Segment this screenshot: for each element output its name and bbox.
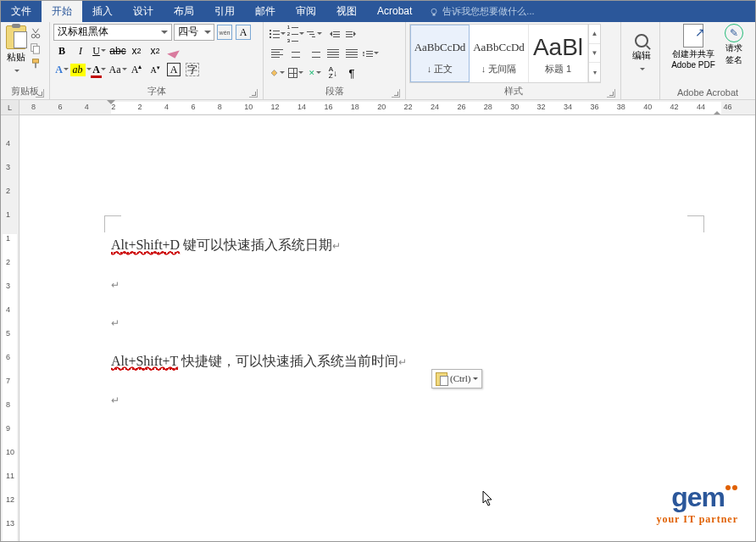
tab-insert[interactable]: 插入 — [82, 1, 123, 22]
ruler-tick: 40 — [643, 103, 652, 111]
svg-rect-1 — [433, 14, 436, 15]
find-icon[interactable] — [635, 34, 648, 47]
asian-layout-button[interactable]: ✕ — [306, 64, 323, 81]
gallery-more-icon[interactable]: ▾ — [589, 63, 600, 82]
font-size-input[interactable]: 四号 — [174, 24, 214, 41]
subscript-button[interactable]: x2 — [128, 42, 145, 59]
svg-point-3 — [36, 34, 39, 37]
increase-indent-button[interactable] — [343, 25, 360, 42]
tab-design[interactable]: 设计 — [123, 1, 164, 22]
ruler-tick: 26 — [457, 103, 465, 111]
ruler-tick: 4 — [164, 103, 169, 111]
tab-mail[interactable]: 邮件 — [245, 1, 286, 22]
highlight-button[interactable]: ab — [72, 61, 89, 78]
bulb-icon — [429, 7, 439, 17]
clipboard-launcher[interactable] — [36, 89, 44, 98]
paste-icon[interactable] — [6, 25, 26, 49]
multilevel-list-button[interactable] — [306, 25, 323, 42]
vertical-ruler[interactable]: 432112345678910111213 — [1, 115, 19, 541]
sort-button[interactable]: AZ↓ — [325, 64, 342, 81]
shading-button[interactable] — [269, 64, 286, 81]
tab-file[interactable]: 文件 — [1, 1, 42, 22]
superscript-button[interactable]: x2 — [147, 42, 164, 59]
tab-layout[interactable]: 布局 — [164, 1, 204, 22]
ruler-tick: 2 — [111, 103, 115, 111]
margin-corner-tr — [687, 215, 704, 232]
gallery-down-icon[interactable]: ▼ — [589, 44, 600, 64]
change-case-button[interactable]: Aa — [109, 61, 126, 78]
line-spacing-button[interactable]: ↕ — [362, 45, 379, 62]
ruler-tick: 8 — [218, 103, 222, 111]
styles-launcher[interactable] — [607, 89, 615, 98]
editing-dropdown[interactable] — [639, 64, 645, 75]
distribute-button[interactable] — [343, 45, 360, 62]
mouse-cursor-icon — [482, 490, 494, 507]
ruler-tick-v: 2 — [6, 258, 10, 266]
gallery-up-icon[interactable]: ▲ — [589, 25, 600, 44]
style-gallery: AaBbCcDd ↓ 正文 AaBbCcDd ↓ 无间隔 AaBl 标题 1 ▲… — [409, 24, 601, 83]
tab-acrobat[interactable]: Acrobat — [367, 1, 422, 22]
decrease-indent-button[interactable] — [325, 25, 342, 42]
bullets-button[interactable] — [269, 25, 286, 42]
phonetic-guide-button[interactable]: wén — [216, 24, 233, 41]
paragraph-group-label: 段落 — [267, 83, 402, 99]
horizontal-ruler[interactable]: L 86422468101214161820222426283032343638… — [1, 100, 755, 115]
tell-me-search[interactable]: 告诉我您想要做什么... — [422, 1, 541, 22]
watermark-logo: gem your IT partner — [656, 482, 738, 526]
style-no-spacing[interactable]: AaBbCcDd ↓ 无间隔 — [470, 25, 529, 82]
group-acrobat: 创建并共享 Adobe PDF ✎ 请求 签名 Adobe Acrobat — [660, 22, 755, 99]
create-share-pdf-button[interactable]: 创建并共享 Adobe PDF — [667, 24, 720, 70]
tab-references[interactable]: 引用 — [204, 1, 245, 22]
italic-button[interactable]: I — [72, 42, 89, 59]
character-border-button[interactable]: A — [235, 24, 252, 41]
bold-button[interactable]: B — [53, 42, 70, 59]
numbering-button[interactable]: 123 — [287, 25, 304, 42]
enclose-characters-button[interactable]: A — [165, 61, 182, 78]
cut-icon[interactable] — [30, 27, 42, 39]
borders-button[interactable] — [287, 64, 304, 81]
show-marks-button[interactable]: ¶ — [343, 64, 360, 81]
strikethrough-button[interactable]: abc — [109, 42, 126, 59]
align-right-button[interactable] — [306, 45, 323, 62]
clipboard-group-label: 剪贴板 — [4, 83, 46, 99]
paste-options-button[interactable]: (Ctrl) — [431, 369, 482, 389]
ruler-tick: 6 — [191, 103, 195, 111]
underline-button[interactable]: U — [91, 42, 108, 59]
justify-button[interactable] — [325, 45, 342, 62]
document-line-2[interactable]: Alt+Shift+T 快捷键，可以快速插入系统当前时间↵ (Ctrl) — [111, 350, 679, 372]
clear-formatting-button[interactable]: ◢ — [165, 42, 182, 59]
ruler-tick: 28 — [484, 103, 492, 111]
font-color-button[interactable]: A — [91, 61, 108, 78]
style-heading1[interactable]: AaBl 标题 1 — [529, 25, 588, 82]
document-line-empty-3[interactable]: ↵ — [111, 388, 679, 411]
tab-view[interactable]: 视图 — [326, 1, 367, 22]
font-name-input[interactable]: 汉标粗黑体 — [53, 24, 172, 41]
grow-font-button[interactable]: A▴ — [128, 61, 145, 78]
request-signature-button[interactable]: ✎ 请求 签名 — [720, 24, 748, 66]
ruler-tick: 44 — [697, 103, 705, 111]
align-left-button[interactable] — [269, 45, 286, 62]
text-effects-button[interactable]: A — [53, 61, 70, 78]
tab-home[interactable]: 开始 — [42, 1, 82, 22]
format-painter-icon[interactable] — [30, 58, 42, 70]
tab-selector[interactable]: L — [1, 100, 19, 115]
document-page[interactable]: Alt+Shift+D 键可以快速插入系统日期↵ ↵ ↵ Alt+Shift+T… — [19, 115, 755, 541]
font-launcher[interactable] — [249, 89, 258, 98]
shrink-font-button[interactable]: A▾ — [147, 61, 164, 78]
document-line-empty-1[interactable]: ↵ — [111, 273, 679, 295]
style-normal[interactable]: AaBbCcDd ↓ 正文 — [410, 25, 470, 82]
align-center-button[interactable] — [287, 45, 304, 62]
styles-group-label: 样式 — [409, 83, 617, 99]
paste-dropdown[interactable] — [14, 65, 19, 77]
paste-label[interactable]: 粘贴 — [7, 51, 25, 64]
style-gallery-scroll[interactable]: ▲ ▼ ▾ — [588, 25, 600, 82]
right-indent-marker[interactable] — [713, 107, 721, 115]
document-line-empty-2[interactable]: ↵ — [111, 311, 679, 333]
editing-label[interactable]: 编辑 — [632, 49, 651, 62]
copy-icon[interactable] — [30, 42, 42, 54]
document-line-1[interactable]: Alt+Shift+D 键可以快速插入系统日期↵ — [111, 234, 679, 256]
paragraph-launcher[interactable] — [392, 89, 400, 98]
character-shading-button[interactable]: 字 — [184, 61, 201, 78]
font-group-label: 字体 — [53, 83, 259, 99]
tab-review[interactable]: 审阅 — [286, 1, 326, 22]
